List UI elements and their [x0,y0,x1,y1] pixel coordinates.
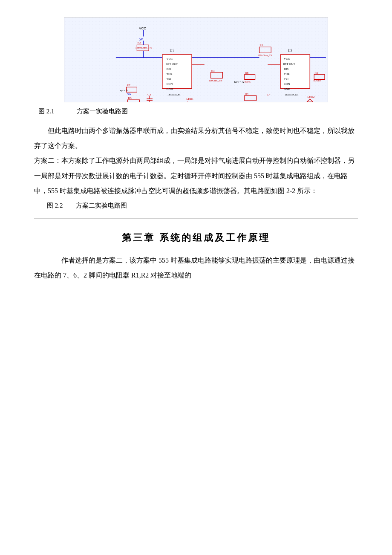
svg-text:100Ohm_5%: 100Ohm_5% [209,79,222,82]
svg-text:R1: R1 [259,43,263,46]
svg-text:GND: GND [167,87,173,90]
svg-text:VCC: VCC [167,57,173,60]
svg-text:RST  OUT: RST OUT [166,62,178,65]
svg-text:THR: THR [167,72,173,75]
svg-text:R6: R6 [314,71,318,74]
paragraph-2: 方案二：本方案除了工作电源外由两局部组成，一局部是对排气扇进展自动开停控制的自动… [34,153,358,198]
chapter-3-title: 第三章 系统的组成及工作原理 [34,231,358,244]
svg-text:100kΩhm_1%: 100kΩhm_1% [258,54,273,57]
svg-text:ey = A: ey = A [120,89,128,92]
paragraph-3: 作者选择的是方案二，该方案中 555 时基集成电路能够实现电路振荡的主要原理是，… [34,253,358,283]
svg-text:RST  OUT: RST OUT [283,62,295,65]
page: VCC 5V R2 1.00MOhm_1% U1 VCC RST OUT DIS… [0,0,392,555]
circuit-diagram-1-container: VCC 5V R2 1.00MOhm_1% U1 VCC RST OUT DIS… [34,17,358,102]
svg-text:1.00MOhm_1%: 1.00MOhm_1% [135,46,151,49]
svg-text:R5: R5 [128,96,132,99]
svg-text:U1: U1 [170,49,174,53]
svg-text:R7: R7 [127,84,131,87]
para2-content: 本方案除了工作电源外由两局部组成，一局部是对排气扇进展自动开停控制的自动循环控制… [34,157,355,194]
circuit-diagram-1: VCC 5V R2 1.00MOhm_1% U1 VCC RST OUT DIS… [64,17,328,102]
svg-text:THR%: THR% [243,81,251,83]
svg-text:C3: C3 [147,93,151,96]
svg-text:C4: C4 [267,93,271,96]
figure-2-text: 方案二实验电路图 [76,202,127,210]
svg-text:1M555CM: 1M555CM [285,93,298,96]
svg-text:THR: THR [284,72,290,75]
figure-1-number: 图 2.1 [38,107,64,116]
svg-text:LED1: LED1 [186,97,193,100]
svg-text:VCC: VCC [139,26,146,30]
svg-text:R2: R2 [137,41,141,44]
figure-2-caption: 图 2.2 方案二实验电路图 [34,202,358,210]
svg-text:Key = A: Key = A [234,80,244,83]
svg-text:R8: R8 [245,71,249,74]
svg-text:LED2: LED2 [307,95,314,98]
svg-text:100Ohm: 100Ohm [312,79,321,82]
svg-text:GND: GND [284,87,290,90]
svg-text:CON: CON [284,82,290,85]
svg-text:100kΩhm_1%: 100kΩhm_1% [243,101,258,102]
svg-text:50k: 50k [127,92,132,95]
svg-text:DIS: DIS [167,67,171,70]
svg-text:VCC: VCC [284,57,290,60]
chapter-divider [34,218,358,219]
svg-text:R4: R4 [245,92,249,95]
paragraph-1: 但此电路时由两个多谐振荡器串联而成，由实验结果分析其信号不稳定，致使时间也不稳定… [34,123,358,153]
para2-prefix: 方案二： [34,157,61,164]
svg-text:TRI: TRI [167,78,172,81]
svg-text:R3: R3 [211,69,215,72]
figure-2-number: 图 2.2 [47,202,63,210]
figure-1-text: 方案一实验电路图 [77,107,128,116]
svg-text:CON: CON [167,82,173,85]
figure-1-caption: 图 2.1 方案一实验电路图 [34,107,358,116]
svg-text:DIS: DIS [284,67,288,70]
svg-text:U2: U2 [288,49,292,53]
svg-text:1M555CM: 1M555CM [167,93,181,96]
svg-text:TRI: TRI [284,78,289,81]
